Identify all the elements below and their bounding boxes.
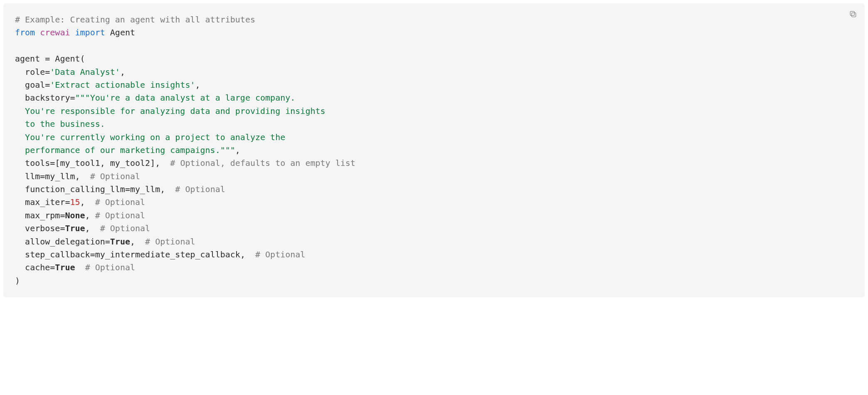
code-param: step_callback	[25, 249, 90, 259]
code-content: # Example: Creating an agent with all at…	[15, 13, 853, 287]
code-number: 15	[70, 197, 80, 207]
code-string: performance of our marketing campaigns."…	[25, 145, 235, 155]
code-comment: # Optional, defaults to an empty list	[170, 158, 355, 168]
code-constant: True	[110, 237, 130, 247]
code-param: verbose	[25, 223, 60, 233]
code-text: agent	[15, 54, 45, 64]
code-param: backstory	[25, 93, 70, 103]
code-comment: # Optional	[255, 249, 305, 259]
svg-rect-0	[852, 12, 856, 17]
code-param: max_rpm	[25, 210, 60, 220]
svg-rect-1	[850, 11, 854, 15]
code-param: max_iter	[25, 197, 65, 207]
code-text: Agent	[50, 54, 80, 64]
code-constant: True	[65, 223, 85, 233]
code-string: """You're a data analyst at a large comp…	[75, 93, 296, 103]
code-param: llm	[25, 171, 40, 181]
code-comment: # Optional	[145, 237, 195, 247]
copy-button[interactable]	[847, 9, 859, 21]
code-name: Agent	[110, 27, 135, 37]
code-comment: # Optional	[175, 184, 225, 194]
code-param: function_calling_llm	[25, 184, 125, 194]
code-comment: # Optional	[100, 223, 150, 233]
code-string: You're responsible for analyzing data an…	[25, 106, 325, 116]
code-comment: # Optional	[95, 210, 145, 220]
code-string: to the business.	[25, 119, 105, 129]
copy-icon	[849, 10, 857, 20]
code-keyword: import	[75, 27, 105, 37]
code-constant: None	[65, 210, 85, 220]
code-text: [my_tool1, my_tool2],	[55, 158, 170, 168]
code-param: allow_delegation	[25, 237, 105, 247]
code-block: # Example: Creating an agent with all at…	[3, 3, 865, 297]
code-text: my_llm,	[45, 171, 90, 181]
code-param: tools	[25, 158, 50, 168]
code-paren: )	[15, 276, 20, 286]
code-string: You're currently working on a project to…	[25, 132, 285, 142]
code-comment: # Optional	[85, 262, 135, 272]
code-op: =	[45, 54, 50, 64]
code-comment: # Optional	[90, 171, 140, 181]
code-comment: # Optional	[95, 197, 145, 207]
code-param: role	[25, 67, 45, 77]
code-param: goal	[25, 80, 45, 90]
code-param: cache	[25, 262, 50, 272]
code-string: 'Data Analyst'	[50, 67, 120, 77]
code-constant: True	[55, 262, 75, 272]
code-text: my_llm,	[130, 184, 175, 194]
code-module: crewai	[40, 27, 70, 37]
code-text: my_intermediate_step_callback,	[95, 249, 255, 259]
code-string: 'Extract actionable insights'	[50, 80, 195, 90]
code-keyword: from	[15, 27, 35, 37]
code-comment: # Example: Creating an agent with all at…	[15, 15, 255, 25]
code-paren: (	[80, 54, 85, 64]
